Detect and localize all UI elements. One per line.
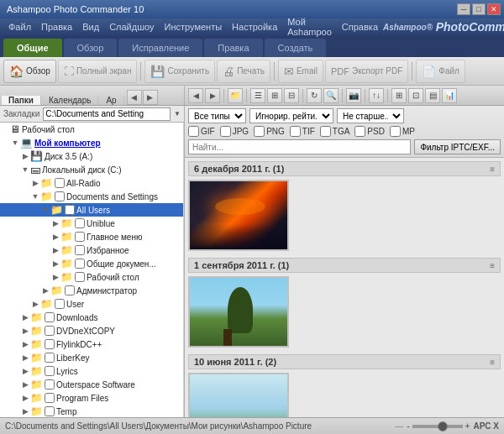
tree-item[interactable]: ▶ 📁 Uniblue [0, 217, 183, 230]
tree-checkbox[interactable] [45, 406, 55, 416]
nav-forward[interactable]: ▶ [205, 88, 220, 103]
tree-item[interactable]: 🖥 Рабочий стол [0, 123, 183, 136]
tab-edit[interactable]: Правка [204, 39, 262, 57]
zoom-plus-icon[interactable]: + [465, 421, 470, 431]
menu-myashampoo[interactable]: Мой Ashampoo [282, 18, 337, 35]
rating-filter-select[interactable]: Игнорир. рейти... [249, 108, 333, 123]
camera-button[interactable]: 📷 [346, 88, 361, 103]
date-filter-select[interactable]: Не старше... [337, 108, 404, 123]
menu-help[interactable]: Справка [337, 18, 383, 35]
file-button[interactable]: 📄 Файл [416, 60, 465, 83]
refresh-button[interactable]: ↻ [307, 88, 322, 103]
tree-checkbox[interactable] [75, 218, 85, 228]
tree-item[interactable]: ▶ 📁 Temp [0, 405, 183, 417]
tab-overview[interactable]: Обзор [64, 39, 118, 57]
tab-create[interactable]: Создать [265, 39, 327, 57]
view-map-button[interactable]: 📊 [442, 88, 457, 103]
tree-item[interactable]: ▶ 📁 DVDneXtCOPY [0, 324, 183, 337]
email-button[interactable]: ✉ Email [278, 60, 323, 83]
tree-item[interactable]: ▶ 📁 Lyrics [0, 364, 183, 378]
view-details-button[interactable]: ⊞ [391, 88, 407, 103]
menu-edit[interactable]: Правка [36, 18, 77, 35]
panel-nav-next[interactable]: ▶ [143, 90, 158, 105]
cb-tif-input[interactable] [290, 126, 301, 137]
photo-thumbnail[interactable] [188, 276, 289, 348]
zoom-slider[interactable] [412, 425, 463, 428]
tree-item[interactable]: ▶ 📁 LiberKey [0, 351, 183, 364]
cb-mp-input[interactable] [390, 126, 401, 137]
panel-tab-calendar[interactable]: Календарь [42, 96, 98, 105]
nav-back[interactable]: ◀ [188, 88, 203, 103]
tree-item[interactable]: ▶ 📁 Главное меню [0, 230, 183, 243]
collapse-icon[interactable]: ≡ [490, 165, 495, 174]
tree-checkbox[interactable] [45, 379, 55, 390]
panel-tab-other[interactable]: Ар [99, 96, 123, 105]
menu-view[interactable]: Вид [77, 18, 104, 35]
tree-checkbox[interactable] [75, 245, 85, 255]
magnify-button[interactable]: 🔍 [323, 88, 339, 103]
tree-item[interactable]: ▶ 💾 Диск 3.5 (A:) [0, 149, 183, 163]
overview-button[interactable]: 🏠 Обзор [3, 60, 56, 83]
cb-tga-input[interactable] [320, 126, 331, 137]
menu-file[interactable]: Файл [3, 18, 36, 35]
tree-checkbox[interactable] [55, 191, 65, 201]
maximize-button[interactable]: □ [472, 3, 486, 15]
tree-item[interactable]: ▶ 📁 Администратор [0, 284, 183, 297]
collapse-icon[interactable]: ≡ [490, 261, 495, 270]
tree-item[interactable]: ▼ 🖴 Локальный диск (C:) [0, 163, 183, 176]
search-input[interactable] [188, 139, 411, 154]
type-filter-select[interactable]: Все типы [188, 108, 246, 123]
view-folder-icon[interactable]: 📁 [228, 88, 243, 103]
tree-item[interactable]: ▶ 📁 FlylinkDC++ [0, 337, 183, 351]
panel-tab-folders[interactable]: Папки [2, 96, 41, 105]
view-thumbs-button[interactable]: ⊡ [408, 88, 423, 103]
tree-checkbox[interactable] [65, 285, 75, 295]
view-large-button[interactable]: ⊟ [284, 88, 299, 103]
photo-thumbnail[interactable] [188, 373, 289, 417]
photo-thumbnail[interactable] [188, 180, 289, 251]
address-dropdown-icon[interactable]: ▼ [174, 110, 181, 118]
sort-asc-button[interactable]: ↑↓ [369, 88, 384, 103]
iptc-filter-button[interactable]: Фильтр IPTC/EXF... [414, 139, 501, 154]
tree-checkbox[interactable] [55, 299, 65, 309]
tree-item[interactable]: ▼ 📁 Documents and Settings [0, 190, 183, 203]
tree-checkbox[interactable] [65, 205, 75, 215]
tab-general[interactable]: Общие [3, 39, 62, 57]
tree-item[interactable]: ▶ 📁 Downloads [0, 311, 183, 324]
tree-item[interactable]: ▶ 📁 Рабочий стол [0, 270, 183, 284]
print-button[interactable]: 🖨 Печать [217, 60, 270, 83]
save-button[interactable]: 💾 Сохранить [144, 60, 215, 83]
tree-checkbox[interactable] [75, 232, 85, 242]
menu-tools[interactable]: Инструменты [160, 18, 228, 35]
view-list-button[interactable]: ☰ [250, 88, 265, 103]
tree-item[interactable]: ▶ 📁 Outerspace Software [0, 378, 183, 391]
tree-checkbox[interactable] [45, 393, 55, 403]
tree-item[interactable]: ▼ 📁 All Users [0, 203, 183, 217]
tree-checkbox[interactable] [75, 272, 85, 282]
tree-checkbox[interactable] [75, 259, 85, 269]
menu-settings[interactable]: Настройка [227, 18, 282, 35]
tree-checkbox[interactable] [45, 366, 55, 376]
zoom-minus-icon[interactable]: - [407, 421, 409, 431]
tree-checkbox[interactable] [45, 339, 55, 349]
tree-checkbox[interactable] [45, 312, 55, 322]
menu-slideshow[interactable]: Слайдшоу [104, 18, 159, 35]
minimize-button[interactable]: ─ [457, 3, 470, 15]
tree-checkbox[interactable] [45, 353, 55, 363]
tree-item[interactable]: ▶ 📁 User [0, 297, 183, 311]
cb-gif-input[interactable] [188, 126, 199, 137]
tree-item[interactable]: ▶ 📁 Избранное [0, 243, 183, 257]
tree-checkbox[interactable] [45, 326, 55, 336]
close-button[interactable]: ✕ [487, 3, 501, 15]
tab-correction[interactable]: Исправление [118, 39, 202, 57]
tree-item[interactable]: ▶ 📁 Общие докумен... [0, 257, 183, 270]
tree-item[interactable]: ▼ 💻 Мой компьютер [0, 136, 183, 149]
address-input[interactable] [43, 107, 171, 121]
cb-psd-input[interactable] [354, 126, 365, 137]
fullscreen-button[interactable]: ⛶ Полный экран [58, 60, 138, 83]
collapse-icon[interactable]: ≡ [490, 358, 495, 367]
view-grid-button[interactable]: ⊞ [267, 88, 282, 103]
cb-jpg-input[interactable] [220, 126, 231, 137]
tree-checkbox[interactable] [55, 178, 65, 188]
view-strip-button[interactable]: ▤ [425, 88, 440, 103]
